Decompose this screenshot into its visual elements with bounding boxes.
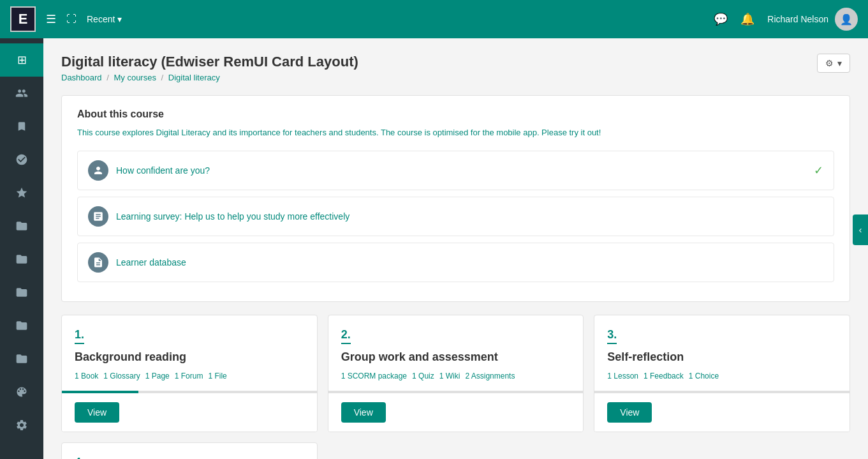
sidebar-item-folder1[interactable] xyxy=(0,209,43,243)
topnav-right: 💬 🔔 Richard Nelson 👤 xyxy=(714,8,858,31)
app-logo[interactable]: E xyxy=(10,6,36,32)
breadcrumb-my-courses[interactable]: My courses xyxy=(114,73,156,82)
breadcrumb-dashboard[interactable]: Dashboard xyxy=(61,73,102,82)
sidebar-item-settings[interactable] xyxy=(0,409,43,442)
survey-link-2[interactable]: Learning survey: Help us to help you stu… xyxy=(116,211,349,222)
survey-icon-3 xyxy=(88,252,108,273)
sidebar-item-folder2[interactable] xyxy=(0,243,43,276)
sidebar-item-star[interactable] xyxy=(0,176,43,209)
sidebar-item-folder4[interactable] xyxy=(0,309,43,342)
page-header: Digital literacy (Edwiser RemUI Card Lay… xyxy=(61,54,850,82)
main-content: Digital literacy (Edwiser RemUI Card Lay… xyxy=(43,38,868,459)
fullscreen-button[interactable]: ⛶ xyxy=(66,13,77,25)
sidebar-item-bookmark[interactable] xyxy=(0,110,43,143)
card-number-4: 4. xyxy=(75,456,84,460)
card-number-2: 2. xyxy=(341,328,351,344)
survey-item-2: Learning survey: Help us to help you stu… xyxy=(77,197,834,236)
survey-link-1[interactable]: How confident are you? xyxy=(116,165,210,176)
sidebar-item-users[interactable] xyxy=(0,77,43,110)
about-description: This course explores Digital Literacy an… xyxy=(77,126,834,139)
card-meta-1: 1 Book 1 Glossary 1 Page 1 Forum 1 File xyxy=(75,372,304,380)
course-card-2: 2. Group work and assessment 1 SCORM pac… xyxy=(328,315,584,432)
breadcrumb-digital-literacy[interactable]: Digital literacy xyxy=(168,73,220,82)
sidebar-item-palette[interactable] xyxy=(0,375,43,409)
card-number-3: 3. xyxy=(607,328,617,344)
recent-menu[interactable]: Recent ▾ xyxy=(87,14,122,24)
right-panel-toggle[interactable]: ‹ xyxy=(853,214,868,245)
course-card-4-partial: 4. xyxy=(61,442,318,460)
breadcrumb: Dashboard / My courses / Digital literac… xyxy=(61,73,358,82)
user-name: Richard Nelson xyxy=(767,14,828,24)
card-meta-2: 1 SCORM package 1 Quiz 1 Wiki 2 Assignme… xyxy=(341,372,571,380)
course-card-1: 1. Background reading 1 Book 1 Glossary … xyxy=(61,315,318,432)
gear-icon: ⚙ xyxy=(825,58,834,68)
notifications-icon[interactable]: 🔔 xyxy=(740,12,754,26)
card-title-1: Background reading xyxy=(75,350,304,364)
completed-check-icon: ✓ xyxy=(814,163,823,177)
next-row: 4. xyxy=(61,442,850,460)
survey-item-3: Learner database xyxy=(77,243,834,282)
about-card: About this course This course explores D… xyxy=(61,95,850,302)
card-title-2: Group work and assessment xyxy=(341,350,571,364)
survey-item-1: How confident are you? ✓ xyxy=(77,151,834,190)
sidebar-item-folder3[interactable] xyxy=(0,276,43,309)
gear-dropdown-button[interactable]: ⚙ ▾ xyxy=(817,54,850,73)
hamburger-menu[interactable]: ☰ xyxy=(46,12,56,26)
page-title: Digital literacy (Edwiser RemUI Card Lay… xyxy=(61,54,358,70)
survey-icon-1 xyxy=(88,160,108,181)
gear-arrow-icon: ▾ xyxy=(837,58,842,68)
card-title-3: Self-reflection xyxy=(607,350,837,364)
main-layout: ⊞ xyxy=(0,38,868,459)
courses-grid: 1. Background reading 1 Book 1 Glossary … xyxy=(61,315,850,432)
messages-icon[interactable]: 💬 xyxy=(714,12,728,26)
sidebar-item-check[interactable] xyxy=(0,143,43,176)
view-button-1[interactable]: View xyxy=(75,402,119,423)
sidebar-item-folder5[interactable] xyxy=(0,342,43,375)
sidebar-item-dashboard[interactable]: ⊞ xyxy=(0,43,43,77)
card-number-1: 1. xyxy=(75,328,84,344)
top-navigation: E ☰ ⛶ Recent ▾ 💬 🔔 Richard Nelson 👤 xyxy=(0,0,868,38)
survey-link-3[interactable]: Learner database xyxy=(116,257,186,267)
avatar: 👤 xyxy=(835,8,858,31)
page-title-section: Digital literacy (Edwiser RemUI Card Lay… xyxy=(61,54,358,82)
card-meta-3: 1 Lesson 1 Feedback 1 Choice xyxy=(607,372,837,380)
user-menu[interactable]: Richard Nelson 👤 xyxy=(767,8,858,31)
course-card-3: 3. Self-reflection 1 Lesson 1 Feedback 1… xyxy=(594,315,850,432)
view-button-2[interactable]: View xyxy=(341,402,386,423)
survey-icon-2 xyxy=(88,206,108,227)
view-button-3[interactable]: View xyxy=(607,402,652,423)
sidebar: ⊞ xyxy=(0,38,43,459)
about-title: About this course xyxy=(77,109,834,120)
